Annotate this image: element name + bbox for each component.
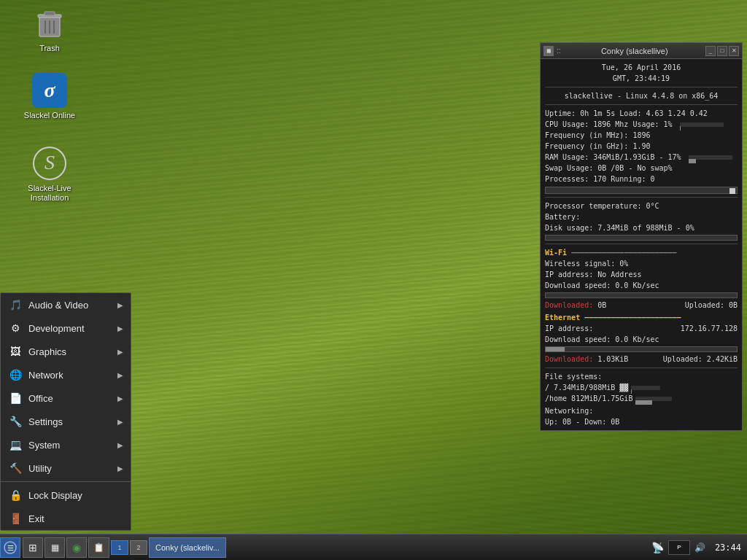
menu-item-audio-video[interactable]: 🎵 Audio & Video ▶ [1, 293, 131, 316]
menu-item-lock-display[interactable]: 🔒 Lock Display [1, 483, 131, 507]
conky-body: Tue, 26 April 2016 GMT, 23:44:19 slackel… [541, 59, 742, 430]
menu-label-system: System [28, 440, 60, 451]
taskbar-clock: 23:44 [709, 542, 747, 553]
conky-proc-temp: Processor temperature: 0°C [545, 201, 738, 211]
taskbar-fileman-btn[interactable]: ▦ [44, 537, 65, 558]
conky-window-icon: ◼ [543, 46, 554, 56]
development-icon: ⚙ [8, 321, 23, 335]
arrow-settings: ▶ [117, 418, 123, 426]
conky-title: Conky (slackellive) [565, 47, 704, 55]
conky-eth-downloaded: Downloaded: 1.03KiB [545, 354, 628, 365]
start-button[interactable]: ☰ [0, 537, 20, 558]
conky-wifi-ul-val: 0B [729, 301, 738, 309]
conky-dl-speed-eth: Download speed: 0.0 Kb/sec [545, 334, 738, 345]
menu-label-audio-video: Audio & Video [28, 300, 88, 311]
conky-disk-bar [545, 235, 738, 241]
menu-item-graphics[interactable]: 🖼 Graphics ▶ [1, 340, 131, 363]
conky-wifi-dl-val: 0B [597, 301, 606, 309]
settings-icon: 🔧 [8, 414, 23, 429]
lock-display-icon: 🔒 [8, 488, 23, 502]
conky-taskbar-label: Conky (slackeliv... [155, 543, 220, 552]
conky-swap: Swap Usage: 0B /0B - No swap% [545, 163, 738, 174]
desktop-icon-slackel-online[interactable]: σ Slackel Online [20, 73, 79, 120]
conky-disk-text: Disk usage: 7.34MiB of 988MiB - 0% [545, 224, 694, 232]
desktop-icon-trash[interactable]: Trash [20, 6, 79, 53]
conky-wifi-dl-ul: Downloaded: 0B Uploaded: 0B [545, 300, 738, 311]
conky-eth-ip-val: 172.16.77.128 [681, 323, 738, 334]
tray-network-icon[interactable]: 📡 [651, 540, 665, 555]
tray-volume-icon[interactable]: 🔊 [693, 540, 708, 555]
menu-item-settings[interactable]: 🔧 Settings ▶ [1, 410, 131, 433]
menu-item-development[interactable]: ⚙ Development ▶ [1, 316, 131, 340]
menu-label-settings: Settings [28, 416, 63, 427]
arrow-system: ▶ [117, 441, 123, 449]
virtual-desktop-2[interactable]: 2 [130, 540, 147, 555]
menu-item-system[interactable]: 💻 System ▶ [1, 433, 131, 456]
conky-uptime: Uptime: 0h 1m 5s Load: 4.63 1.24 0.42 [545, 108, 738, 119]
virtual-desktop-1[interactable]: 1 [111, 540, 128, 555]
menu-label-lock-display: Lock Display [28, 490, 82, 501]
menu-label-development: Development [28, 323, 85, 334]
menu-item-exit[interactable]: 🚪 Exit [1, 507, 131, 530]
network-icon: 🌐 [8, 368, 23, 382]
conky-wifi-downloaded: Downloaded: 0B [545, 300, 606, 311]
conky-close-btn[interactable]: ✕ [729, 46, 739, 56]
menu-item-network[interactable]: 🌐 Network ▶ [1, 363, 131, 386]
conky-eth-ul-val: 2.42KiB [707, 355, 738, 363]
taskbar-edit-btn[interactable]: 📋 [88, 537, 109, 558]
desktop-icon-slackel-live[interactable]: S Slackel-LiveInstallation [20, 146, 79, 203]
conky-datetime2: GMT, 23:44:19 [545, 73, 738, 84]
menu-label-utility: Utility [28, 463, 52, 474]
arrow-audio-video: ▶ [117, 301, 123, 309]
conky-eth-section: Ethernet ―――――――――――――――――――――― [545, 312, 738, 323]
conky-net-section: Networking: [545, 405, 738, 416]
conky-dl-speed-wifi: Download speed: 0.0 Kb/sec [545, 280, 738, 291]
conky-div5 [545, 368, 738, 368]
slackel-online-icon: σ [32, 73, 67, 108]
taskbar-terminal-btn[interactable]: ⊞ [23, 537, 43, 558]
conky-wifi-bar [545, 292, 738, 298]
conky-fs-home: /home 812MiB/1.75GiB [545, 393, 738, 404]
menu-item-office[interactable]: 📄 Office ▶ [1, 386, 131, 410]
slackel-live-icon: S [32, 146, 67, 181]
conky-maximize-btn[interactable]: □ [717, 46, 727, 56]
exit-icon: 🚪 [8, 511, 23, 526]
conky-titlebar[interactable]: ◼ :: Conky (slackellive) _ □ ✕ [541, 43, 742, 59]
conky-eth-ip-row: IP address: 172.16.77.128 [545, 323, 738, 334]
taskbar-conky-window[interactable]: Conky (slackeliv... [149, 537, 226, 558]
conky-minimize-btn[interactable]: _ [705, 46, 716, 56]
conky-window: ◼ :: Conky (slackellive) _ □ ✕ Tue, 26 A… [540, 42, 743, 431]
arrow-office: ▶ [117, 394, 123, 402]
arrow-graphics: ▶ [117, 348, 123, 356]
audio-video-icon: 🎵 [8, 298, 23, 312]
desktop: Trash σ Slackel Online S Slackel-LiveIns… [0, 0, 747, 560]
menu-item-utility[interactable]: 🔨 Utility ▶ [1, 456, 131, 480]
arrow-utility: ▶ [117, 464, 123, 472]
conky-eth-uploaded: Uploaded: 2.42KiB [663, 354, 738, 365]
office-icon: 📄 [8, 391, 23, 405]
conky-eth-dl-val: 1.03KiB [597, 355, 628, 363]
conky-disk-usage: Disk usage: 7.34MiB of 988MiB - 0% [545, 222, 738, 233]
conky-div3 [545, 197, 738, 198]
system-icon: 💻 [8, 438, 23, 452]
conky-wifi-section: Wi-Fi ―――――――――――――――――――――――― [545, 247, 738, 258]
conky-freq-ghz: Frequency (in GHz): 1.90 [545, 141, 738, 152]
conky-fs-home-text: /home 812MiB/1.75GiB [545, 393, 632, 404]
trash-label: Trash [39, 44, 60, 53]
conky-ram-text: RAM Usage: 346MiB/1.93GiB - 17% [545, 153, 681, 161]
conky-wireless-signal: Wireless signal: 0% [545, 258, 738, 269]
conky-net-updown: Up: 0B - Down: 0B [545, 416, 738, 427]
conky-processes: Processes: 170 Running: 0 [545, 174, 738, 184]
start-menu: 🎵 Audio & Video ▶ ⚙ Development ▶ 🖼 Grap… [0, 292, 131, 531]
menu-label-graphics: Graphics [28, 346, 66, 357]
conky-cpu-usage: CPU Usage: 1896 Mhz Usage: 1% [545, 119, 738, 130]
conky-freq-mhz: Frequency (in MHz): 1896 [545, 130, 738, 141]
svg-text:S: S [44, 151, 55, 174]
taskbar-browser-btn[interactable]: ◉ [66, 537, 87, 558]
conky-title-dots: :: [557, 47, 561, 55]
arrow-network: ▶ [117, 371, 123, 379]
taskbar: ☰ ⊞ ▦ ◉ 📋 1 2 Conky (slackeliv... 📡 P 🔊 … [0, 534, 747, 560]
tray-display-icon[interactable]: P [668, 540, 690, 555]
menu-label-network: Network [28, 370, 63, 381]
conky-ram-usage: RAM Usage: 346MiB/1.93GiB - 17% [545, 152, 738, 163]
